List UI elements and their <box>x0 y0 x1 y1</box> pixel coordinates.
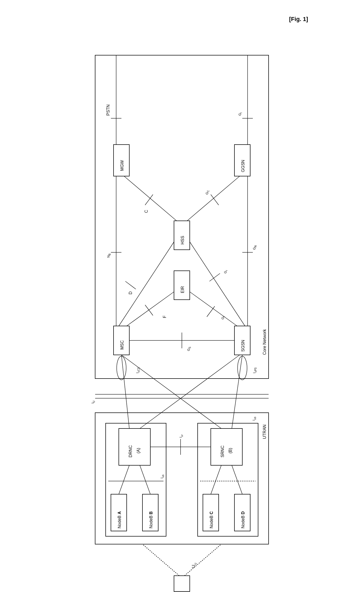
nodeb-c-label: NodeB C <box>209 511 214 528</box>
nodeb-a-label: NodeB A <box>117 511 122 528</box>
eir-label: EIR <box>180 286 185 293</box>
iub-b-label: Iub <box>252 417 257 421</box>
mgw-label: MGW <box>120 160 124 171</box>
iub-a2-link <box>140 465 150 494</box>
uu-link-2 <box>184 544 221 576</box>
gr-label: Gr <box>224 270 228 273</box>
srnc-sub: (B) <box>228 448 233 453</box>
core-network-label: Core Network <box>262 329 267 355</box>
iub-b2-link <box>232 465 242 494</box>
nb-label: NB <box>107 253 111 258</box>
uu-link-1 <box>142 544 179 576</box>
srnc-box <box>211 428 242 465</box>
gr-link <box>190 242 245 326</box>
srnc-msc-link <box>121 355 221 428</box>
d-cross <box>125 281 136 289</box>
gf-link <box>190 292 237 326</box>
gf-label: Gf <box>221 316 225 319</box>
c-link <box>124 176 177 221</box>
drnc-label: DRNC <box>128 445 133 457</box>
figure-label: [Fig. 1] <box>289 16 308 22</box>
utran-label: UTRAN <box>262 425 267 439</box>
ue-box <box>174 576 190 591</box>
nodeb-b-label: NodeB B <box>149 511 153 528</box>
f-cross <box>145 305 153 315</box>
rns-a-box <box>106 423 166 536</box>
pstn-label: PSTN <box>106 104 110 116</box>
srnc-label: SRNC <box>220 446 225 457</box>
c-label: C <box>144 210 148 213</box>
drnc-sgsn-link <box>140 355 240 428</box>
hss-box <box>174 221 190 250</box>
iucs-ellipse <box>117 356 126 380</box>
gc-link <box>187 176 240 221</box>
iu-label: IU <box>91 401 95 404</box>
core-network-box <box>95 55 269 379</box>
iub-b1-link <box>211 465 221 494</box>
sgsn-label: SGSN <box>241 340 245 352</box>
gf-cross <box>207 306 215 317</box>
drnc-msc-link <box>121 355 129 428</box>
iups-label: IuPS <box>253 367 257 373</box>
srnc-sgsn-link <box>232 355 242 428</box>
ggsn-label: GGSN <box>241 160 245 172</box>
nodeb-d-label: NodeB D <box>241 511 245 528</box>
msc-label: MSC <box>120 340 124 350</box>
drnc-sub: (A) <box>136 448 141 453</box>
iucs-label: IuCS <box>136 367 140 373</box>
gs-label: GS <box>187 347 191 351</box>
f-link <box>127 292 174 326</box>
hss-label: HSS <box>180 236 185 244</box>
iub-a1-link <box>119 465 129 494</box>
iub-a-label: Iub <box>160 474 165 478</box>
drnc-box <box>119 428 150 465</box>
rns-b-box <box>198 423 258 536</box>
d-link <box>119 242 174 326</box>
iups-ellipse <box>238 356 247 380</box>
d-label: D <box>128 291 133 294</box>
f-label: F <box>162 315 167 318</box>
gn-label: GN <box>253 245 257 250</box>
iur-label: Iur <box>179 434 183 438</box>
gc-label: GC <box>205 190 210 195</box>
gi-label: GI <box>238 113 243 116</box>
eir-box <box>174 271 190 300</box>
